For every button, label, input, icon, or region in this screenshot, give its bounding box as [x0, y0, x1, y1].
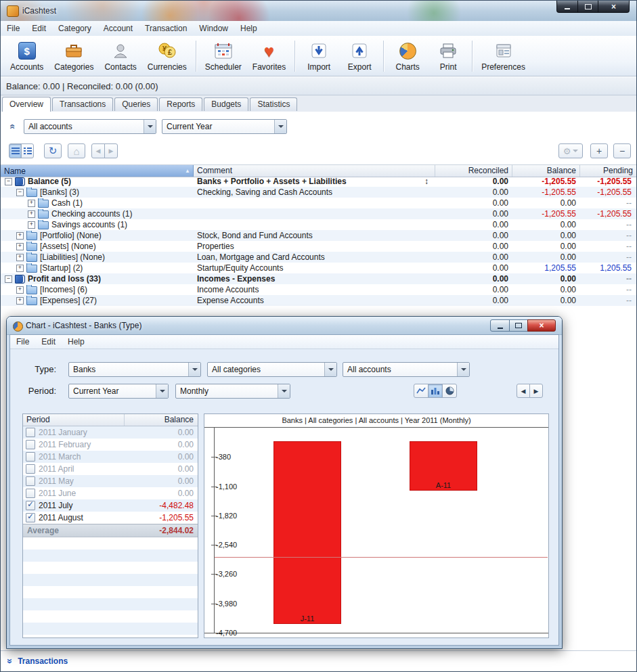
period-row-4[interactable]: 2011 April0.00 [23, 463, 198, 475]
toolbar-print-button[interactable]: Print [428, 39, 468, 73]
chart-type-dropdown[interactable]: Banks [68, 362, 201, 377]
period-row-6[interactable]: 2011 June0.00 [23, 487, 198, 499]
period-row-3[interactable]: 2011 March0.00 [23, 451, 198, 463]
chart-minimize-button[interactable] [490, 319, 510, 332]
collapse-filter-icon[interactable]: » [6, 124, 17, 129]
chart-close-button[interactable]: × [527, 319, 556, 332]
line-chart-button[interactable] [414, 384, 429, 398]
collapse-toggle[interactable]: − [16, 189, 24, 196]
period-filter-dropdown[interactable]: Current Year [162, 119, 287, 134]
detail-view-button[interactable] [21, 143, 34, 158]
toolbar-import-button[interactable]: Import [299, 39, 339, 73]
tree-row-11[interactable]: +[Incomes] (6)Income Accounts0.000.00-- [1, 284, 636, 295]
tab-reports[interactable]: Reports [159, 97, 202, 111]
chart-maximize-button[interactable] [509, 319, 528, 332]
menu-transaction[interactable]: Transaction [139, 21, 193, 36]
menu-edit[interactable]: Edit [26, 21, 52, 36]
unchecked-checkbox[interactable] [26, 440, 35, 449]
tree-row-4[interactable]: +Checking accounts (1)0.00-1,205.55-1,20… [1, 208, 636, 219]
toolbar-contacts-button[interactable]: Contacts [99, 39, 141, 73]
tree-row-7[interactable]: +[Assets] (None)Properties0.000.00-- [1, 241, 636, 252]
toolbar-export-button[interactable]: Export [339, 39, 380, 73]
period-row-2[interactable]: 2011 February0.00 [23, 439, 198, 451]
tree-row-8[interactable]: +[Liabilities] (None)Loan, Mortgage and … [1, 252, 636, 263]
tree-row-5[interactable]: +Savings accounts (1)0.000.00-- [1, 219, 636, 230]
expand-transactions-icon[interactable]: » [5, 658, 16, 664]
chart-forward-button[interactable]: ▶ [529, 384, 543, 398]
toolbar-accounts-button[interactable]: $Accounts [5, 39, 49, 73]
unchecked-checkbox[interactable] [26, 476, 35, 486]
add-button[interactable]: + [590, 143, 608, 158]
tree-row-10[interactable]: −Profit and loss (33)Incomes - Expenses0… [1, 273, 636, 284]
chart-interval-dropdown[interactable]: Monthly [175, 384, 290, 399]
close-button[interactable]: × [598, 1, 630, 13]
column-header-comment[interactable]: Comment [194, 165, 435, 177]
chart-window-titlebar[interactable]: Chart - iCashtest - Banks (Type) × [7, 317, 562, 335]
updown-sort-icon[interactable]: ↕ [424, 177, 435, 186]
expand-toggle[interactable]: + [16, 265, 24, 272]
tree-row-3[interactable]: +Cash (1)0.000.00-- [1, 198, 636, 208]
menu-help[interactable]: Help [234, 21, 263, 36]
collapse-toggle[interactable]: − [5, 275, 12, 283]
menu-file[interactable]: File [10, 335, 35, 349]
tree-row-12[interactable]: +[Expenses] (27)Expense Accounts0.000.00… [1, 295, 636, 306]
tab-overview[interactable]: Overview [2, 97, 51, 112]
menu-help[interactable]: Help [62, 335, 91, 349]
unchecked-checkbox[interactable] [26, 452, 35, 462]
expand-toggle[interactable]: + [16, 286, 24, 294]
period-row-7[interactable]: ✓2011 July-4,482.48 [23, 499, 198, 512]
refresh-button[interactable]: ↻ [44, 143, 62, 158]
tree-row-1[interactable]: −Balance (5)Banks + Portfolio + Assets +… [1, 176, 636, 187]
menu-account[interactable]: Account [97, 21, 139, 36]
unchecked-checkbox[interactable] [26, 428, 35, 437]
tab-queries[interactable]: Queries [114, 97, 158, 111]
accounts-filter-dropdown[interactable]: All accounts [24, 119, 156, 134]
menu-edit[interactable]: Edit [35, 335, 62, 349]
menu-file[interactable]: File [1, 21, 26, 36]
tree-row-2[interactable]: −[Banks] (3)Checking, Saving and Cash Ac… [1, 187, 636, 198]
toolbar-scheduler-button[interactable]: Scheduler [200, 39, 247, 73]
checked-checkbox[interactable]: ✓ [26, 513, 35, 522]
remove-button[interactable]: − [613, 143, 631, 158]
toolbar-preferences-button[interactable]: Preferences [476, 39, 531, 73]
maximize-button[interactable] [577, 1, 598, 13]
expand-toggle[interactable]: + [16, 254, 24, 261]
chart-bar-J-11[interactable] [273, 441, 341, 623]
minimize-button[interactable] [556, 1, 578, 13]
period-row-5[interactable]: 2011 May0.00 [23, 475, 198, 487]
expand-toggle[interactable]: + [28, 210, 35, 218]
list-view-button[interactable] [9, 143, 22, 158]
period-column-header[interactable]: Period [23, 414, 125, 426]
tab-budgets[interactable]: Budgets [204, 97, 248, 111]
home-button[interactable]: ⌂ [68, 143, 85, 158]
transactions-section-label[interactable]: Transactions [18, 656, 68, 666]
toolbar-categories-button[interactable]: Categories [49, 39, 99, 73]
chart-back-button[interactable]: ◀ [517, 384, 530, 398]
actions-menu-button[interactable]: ⚙ [558, 143, 583, 158]
bar-chart-button[interactable] [428, 384, 443, 398]
chart-category-dropdown[interactable]: All categories [207, 362, 337, 377]
back-button[interactable]: ◀ [91, 143, 105, 158]
column-header-name[interactable]: Name▲ [1, 165, 194, 177]
forward-button[interactable]: ▶ [104, 143, 118, 158]
menu-window[interactable]: Window [193, 21, 234, 36]
expand-toggle[interactable]: + [16, 243, 24, 250]
menu-category[interactable]: Category [52, 21, 97, 36]
tree-row-6[interactable]: +[Portfolio] (None)Stock, Bond and Fund … [1, 230, 636, 241]
toolbar-charts-button[interactable]: Charts [387, 39, 428, 73]
expand-toggle[interactable]: + [28, 200, 35, 207]
chart-period-dropdown[interactable]: Current Year [68, 384, 169, 399]
balance-column-header[interactable]: Balance [125, 414, 198, 426]
column-header-reconciled[interactable]: Reconciled [435, 165, 512, 177]
chart-account-dropdown[interactable]: All accounts [343, 362, 470, 377]
period-row-1[interactable]: 2011 January0.00 [23, 426, 198, 439]
collapse-toggle[interactable]: − [5, 178, 12, 185]
tree-row-9[interactable]: +[Startup] (2)Startup/Equity Accounts0.0… [1, 263, 636, 273]
expand-toggle[interactable]: + [28, 221, 35, 229]
pie-chart-button[interactable] [442, 384, 457, 398]
column-header-pending[interactable]: Pending [580, 165, 636, 177]
expand-toggle[interactable]: + [16, 297, 24, 305]
tab-statistics[interactable]: Statistics [250, 97, 297, 111]
unchecked-checkbox[interactable] [26, 489, 35, 498]
tab-transactions[interactable]: Transactions [52, 97, 113, 111]
